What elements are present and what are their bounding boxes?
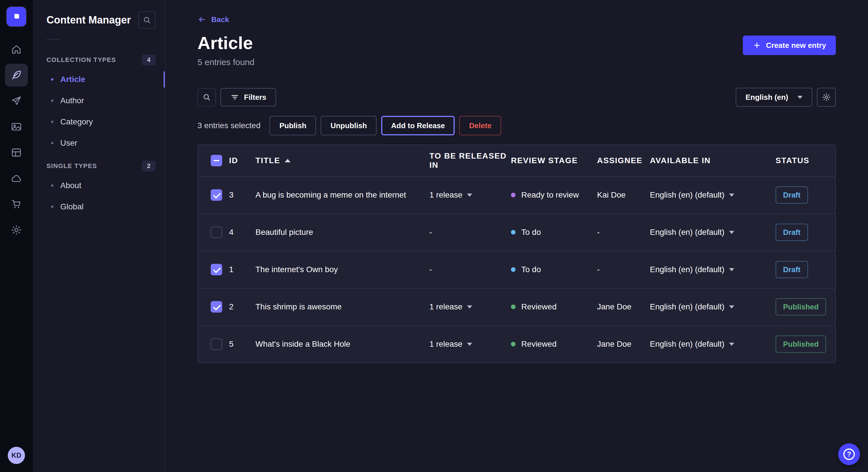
nav-settings[interactable] <box>5 218 28 241</box>
content-manager-sidebar: Content Manager COLLECTION TYPES 4 Artic… <box>33 0 165 472</box>
section-label: COLLECTION TYPES <box>46 56 116 64</box>
stage-label: Reviewed <box>521 339 557 349</box>
locale-select[interactable]: English (en) <box>736 88 812 107</box>
bullet-icon <box>51 206 53 208</box>
sort-ascending-icon[interactable] <box>285 159 290 162</box>
review-stage-cell: Ready to review <box>511 191 597 200</box>
nav-media-library[interactable] <box>5 115 28 138</box>
release-cell[interactable]: 1 release <box>429 302 511 311</box>
column-header-assignee: ASSIGNEE <box>597 156 650 165</box>
sidebar-item-label: User <box>60 138 77 148</box>
avatar[interactable]: KD <box>8 447 25 464</box>
release-cell[interactable]: 1 release <box>429 339 511 349</box>
table-row[interactable]: 4 Beautiful picture - To do - English (e… <box>198 213 835 250</box>
status-badge: Published <box>776 298 826 315</box>
main-content: Back Article 5 entries found Create new … <box>165 0 868 472</box>
entry-title[interactable]: The internet's Own boy <box>255 265 429 274</box>
section-count-badge: 4 <box>142 55 156 65</box>
entry-title[interactable]: This shrimp is awesome <box>255 302 429 311</box>
paper-plane-icon <box>11 95 22 107</box>
row-checkbox[interactable] <box>211 338 222 350</box>
entries-count: 5 entries found <box>197 57 254 67</box>
filter-icon <box>230 93 239 102</box>
release-cell[interactable]: - <box>429 265 511 274</box>
locale-caret-icon <box>729 343 734 346</box>
entry-id: 4 <box>229 228 255 237</box>
release-caret-icon <box>467 343 472 346</box>
sidebar-title: Content Manager <box>46 14 131 26</box>
locale-caret-icon <box>729 194 734 197</box>
nav-marketplace[interactable] <box>5 193 28 216</box>
release-count: - <box>429 228 432 237</box>
table-row[interactable]: 3 A bug is becoming a meme on the intern… <box>198 176 835 213</box>
delete-label: Delete <box>469 121 491 130</box>
bullet-icon <box>51 142 53 144</box>
column-header-id: ID <box>229 156 255 165</box>
delete-button[interactable]: Delete <box>459 116 501 135</box>
sidebar-item-global[interactable]: Global <box>33 196 165 217</box>
view-settings-button[interactable] <box>817 88 836 107</box>
sidebar-item-category[interactable]: Category <box>33 111 165 133</box>
title-header-label: TITLE <box>255 156 280 165</box>
back-link[interactable]: Back <box>197 15 229 24</box>
column-header-available-in: AVAILABLE IN <box>650 156 776 165</box>
help-button[interactable]: ? <box>838 443 860 465</box>
entry-title[interactable]: Beautiful picture <box>255 228 429 237</box>
column-header-review-stage: REVIEW STAGE <box>511 156 597 165</box>
sidebar-item-user[interactable]: User <box>33 133 165 154</box>
add-to-release-label: Add to Release <box>391 121 445 130</box>
select-all-checkbox[interactable] <box>211 155 222 166</box>
column-header-release: TO BE RELEASED IN <box>429 151 511 170</box>
nav-deploy[interactable] <box>5 167 28 190</box>
entry-id: 2 <box>229 302 255 311</box>
sidebar-item-author[interactable]: Author <box>33 90 165 111</box>
search-entries-button[interactable] <box>197 88 216 106</box>
publish-button[interactable]: Publish <box>270 116 316 135</box>
locale-label: English (en) (default) <box>650 265 724 274</box>
table-row[interactable]: 1 The internet's Own boy - To do - Engli… <box>198 250 835 288</box>
filters-button[interactable]: Filters <box>220 88 276 106</box>
sidebar-item-about[interactable]: About <box>33 175 165 196</box>
nav-content-type-builder[interactable] <box>5 141 28 164</box>
table-row[interactable]: 5 What's inside a Black Hole 1 release R… <box>198 325 835 363</box>
table-row[interactable]: 2 This shrimp is awesome 1 release Revie… <box>198 288 835 325</box>
entry-title[interactable]: A bug is becoming a meme on the internet <box>255 191 429 200</box>
row-checkbox[interactable] <box>211 189 222 201</box>
stage-dot-icon <box>511 193 516 197</box>
status-badge: Draft <box>776 261 808 278</box>
unpublish-button[interactable]: Unpublish <box>321 116 377 135</box>
create-entry-button[interactable]: Create new entry <box>743 36 836 55</box>
cart-icon <box>11 198 22 210</box>
release-cell[interactable]: 1 release <box>429 191 511 200</box>
entry-id: 3 <box>229 191 255 200</box>
available-in-cell[interactable]: English (en) (default) <box>650 191 776 200</box>
nav-releases[interactable] <box>5 90 28 112</box>
assignee-cell: - <box>597 228 650 237</box>
feather-icon <box>11 69 22 81</box>
sidebar-search-button[interactable] <box>138 11 156 29</box>
row-checkbox[interactable] <box>211 227 222 238</box>
available-in-cell[interactable]: English (en) (default) <box>650 265 776 274</box>
chevron-down-icon <box>797 96 803 99</box>
release-cell[interactable]: - <box>429 228 511 237</box>
nav-content-manager[interactable] <box>5 64 28 87</box>
available-in-cell[interactable]: English (en) (default) <box>650 228 776 237</box>
add-to-release-button[interactable]: Add to Release <box>381 116 455 135</box>
row-checkbox[interactable] <box>211 301 222 312</box>
search-icon <box>202 93 211 102</box>
sidebar-item-label: Article <box>60 75 85 84</box>
sidebar-item-article[interactable]: Article <box>33 69 165 90</box>
question-mark-icon: ? <box>843 448 855 460</box>
gear-icon <box>822 93 831 102</box>
strapi-logo[interactable] <box>7 7 26 26</box>
release-count: - <box>429 265 432 274</box>
available-in-cell[interactable]: English (en) (default) <box>650 339 776 349</box>
row-checkbox[interactable] <box>211 264 222 275</box>
entry-title[interactable]: What's inside a Black Hole <box>255 339 429 349</box>
nav-home[interactable] <box>5 38 28 61</box>
gear-icon <box>11 224 22 236</box>
status-badge: Published <box>776 336 826 353</box>
column-header-title[interactable]: TITLE <box>255 156 429 165</box>
status-badge: Draft <box>776 187 808 204</box>
available-in-cell[interactable]: English (en) (default) <box>650 302 776 311</box>
